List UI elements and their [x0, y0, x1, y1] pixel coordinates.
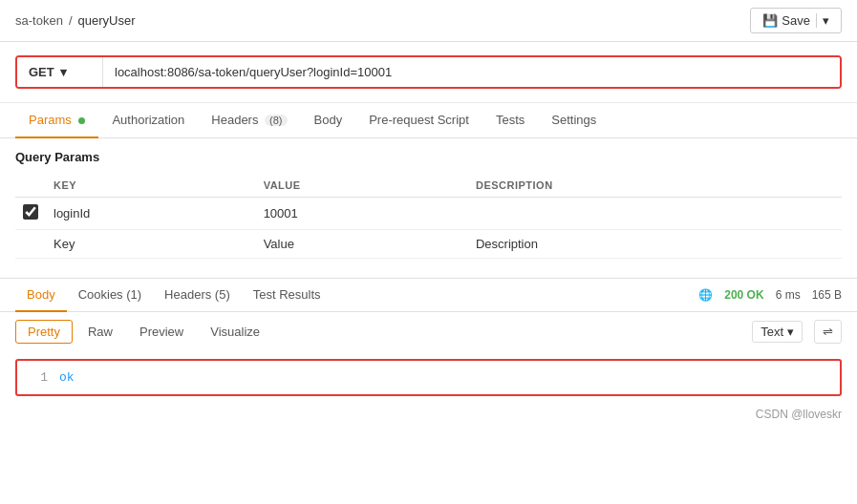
response-tabs: Body Cookies (1) Headers (5) Test Result… — [0, 279, 857, 312]
format-tab-raw[interactable]: Raw — [76, 321, 124, 343]
tab-prerequest[interactable]: Pre-request Script — [355, 103, 482, 138]
tab-tests-label: Tests — [496, 113, 525, 127]
response-size: 165 B — [812, 288, 842, 302]
watermark-text: CSDN @lloveskr — [756, 408, 842, 421]
response-tab-testresults-label: Test Results — [253, 287, 321, 302]
row-key-cell[interactable]: loginId — [46, 198, 256, 230]
wrap-icon: ⇌ — [823, 325, 833, 339]
method-select[interactable]: GET ▾ — [17, 57, 103, 87]
row-value-cell[interactable]: 10001 — [256, 198, 468, 230]
url-bar-section: GET ▾ — [0, 42, 857, 103]
params-dot — [78, 117, 85, 124]
response-tab-testresults[interactable]: Test Results — [242, 279, 332, 312]
tab-headers-label: Headers — [211, 113, 258, 127]
tab-settings[interactable]: Settings — [538, 103, 610, 138]
col-key: KEY — [46, 174, 256, 198]
tab-tests[interactable]: Tests — [482, 103, 538, 138]
row-checkbox[interactable] — [23, 204, 38, 220]
request-tabs: Params Authorization Headers (8) Body Pr… — [0, 103, 857, 138]
response-tab-body[interactable]: Body — [15, 279, 67, 312]
globe-icon: 🌐 — [698, 288, 713, 302]
row-checkbox-cell — [15, 198, 46, 230]
col-description: DESCRIPTION — [468, 174, 842, 198]
code-line: 1 ok — [32, 370, 825, 385]
table-row: loginId 10001 — [15, 198, 842, 230]
watermark: CSDN @lloveskr — [0, 404, 857, 425]
response-code-area: 1 ok — [15, 359, 842, 396]
response-time: 6 ms — [776, 288, 801, 302]
response-tab-body-label: Body — [27, 287, 55, 302]
method-label: GET — [29, 65, 54, 79]
format-preview-label: Preview — [139, 325, 183, 339]
tab-authorization[interactable]: Authorization — [98, 103, 198, 138]
placeholder-check-cell — [15, 230, 46, 259]
save-button[interactable]: 💾 Save ▾ — [750, 8, 842, 33]
tab-headers[interactable]: Headers (8) — [198, 103, 300, 138]
tab-body-label: Body — [314, 113, 343, 127]
format-visualize-label: Visualize — [210, 325, 260, 339]
tab-prerequest-label: Pre-request Script — [369, 113, 469, 127]
line-number: 1 — [32, 370, 48, 385]
tab-params[interactable]: Params — [15, 103, 98, 138]
breadcrumb-sep: / — [69, 13, 73, 28]
row-description-cell[interactable] — [468, 198, 842, 230]
placeholder-desc-cell[interactable]: Description — [468, 230, 842, 259]
format-pretty-label: Pretty — [28, 325, 60, 339]
response-tab-headers[interactable]: Headers (5) — [153, 279, 242, 312]
breadcrumb: sa-token / queryUser — [15, 13, 135, 28]
placeholder-value-cell[interactable]: Value — [256, 230, 468, 259]
headers-badge: (8) — [265, 115, 287, 126]
format-tab-pretty[interactable]: Pretty — [15, 320, 73, 344]
col-value: VALUE — [256, 174, 468, 198]
text-type-label: Text — [761, 325, 783, 339]
status-code: 200 OK — [724, 288, 763, 302]
breadcrumb-current: queryUser — [78, 13, 136, 28]
method-chevron: ▾ — [60, 65, 67, 79]
format-raw-label: Raw — [88, 325, 113, 339]
response-section: Body Cookies (1) Headers (5) Test Result… — [0, 278, 857, 396]
query-params-section: Query Params KEY VALUE DESCRIPTION login… — [0, 138, 857, 270]
breadcrumb-parent[interactable]: sa-token — [15, 13, 63, 28]
save-label: Save — [782, 13, 810, 28]
save-icon: 💾 — [762, 13, 778, 28]
wrap-button[interactable]: ⇌ — [814, 320, 842, 344]
app-header: sa-token / queryUser 💾 Save ▾ — [0, 0, 857, 42]
url-bar: GET ▾ — [15, 55, 842, 89]
tab-settings-label: Settings — [551, 113, 596, 127]
tab-body[interactable]: Body — [301, 103, 356, 138]
table-row-placeholder: Key Value Description — [15, 230, 842, 259]
response-tab-cookies-label: Cookies (1) — [78, 287, 141, 302]
text-type-chevron: ▾ — [787, 325, 794, 339]
params-table: KEY VALUE DESCRIPTION loginId 10001 Key … — [15, 174, 842, 259]
line-content: ok — [59, 370, 75, 385]
response-tab-cookies[interactable]: Cookies (1) — [67, 279, 153, 312]
format-bar: Pretty Raw Preview Visualize Text ▾ ⇌ — [0, 312, 857, 351]
format-tab-preview[interactable]: Preview — [128, 321, 195, 343]
tab-params-label: Params — [29, 113, 72, 127]
response-tab-headers-label: Headers (5) — [164, 287, 230, 302]
format-tab-visualize[interactable]: Visualize — [199, 321, 271, 343]
response-status: 🌐 200 OK 6 ms 165 B — [698, 288, 842, 302]
url-input[interactable] — [103, 57, 840, 87]
query-params-title: Query Params — [15, 150, 842, 164]
placeholder-key-cell[interactable]: Key — [46, 230, 256, 259]
col-check — [15, 174, 46, 198]
tab-authorization-label: Authorization — [112, 113, 184, 127]
save-dropdown-chevron[interactable]: ▾ — [816, 13, 829, 28]
text-type-dropdown[interactable]: Text ▾ — [752, 321, 803, 343]
